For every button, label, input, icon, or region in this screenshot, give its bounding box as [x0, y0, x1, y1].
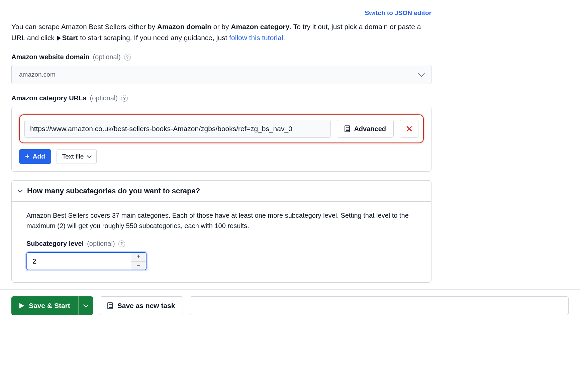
save-start-dropdown[interactable]: [78, 296, 93, 315]
subcategory-toggle[interactable]: How many subcategories do you want to sc…: [12, 181, 431, 202]
empty-input-box[interactable]: [190, 296, 569, 315]
play-icon: [57, 36, 61, 40]
close-icon: [406, 126, 412, 132]
play-icon: [19, 303, 24, 308]
save-start-button[interactable]: Save & Start: [11, 296, 78, 315]
subcategory-section: How many subcategories do you want to sc…: [11, 180, 431, 283]
stepper-down-button[interactable]: −: [131, 261, 146, 270]
save-as-new-task-button[interactable]: Save as new task: [100, 296, 183, 315]
stepper-up-button[interactable]: +: [131, 253, 146, 261]
domain-value: amazon.com: [19, 71, 56, 78]
urls-label: Amazon category URLs (optional) ?: [11, 94, 431, 102]
help-icon[interactable]: ?: [124, 54, 131, 61]
chevron-down-icon: [83, 302, 88, 308]
document-icon: [345, 125, 350, 132]
plus-icon: +: [25, 153, 29, 160]
help-icon[interactable]: ?: [121, 95, 128, 102]
tutorial-link[interactable]: follow this tutorial: [229, 34, 283, 41]
subcategory-description: Amazon Best Sellers covers 37 main categ…: [26, 210, 416, 231]
chevron-down-icon: [418, 70, 425, 77]
domain-select[interactable]: amazon.com: [11, 65, 431, 84]
domain-label: Amazon website domain (optional) ?: [11, 53, 431, 61]
remove-url-button[interactable]: [400, 120, 418, 138]
action-bar: Save & Start Save as new task: [0, 289, 580, 322]
add-url-button[interactable]: + Add: [19, 149, 51, 164]
intro-text: You can scrape Amazon Best Sellers eithe…: [11, 21, 431, 43]
advanced-button[interactable]: Advanced: [337, 120, 394, 138]
help-icon[interactable]: ?: [118, 240, 125, 247]
url-row-highlight: Advanced: [19, 114, 424, 143]
document-icon: [107, 302, 113, 309]
category-url-input[interactable]: [24, 120, 331, 138]
switch-json-editor-link[interactable]: Switch to JSON editor: [365, 9, 431, 16]
textfile-button[interactable]: Text file: [57, 149, 97, 164]
urls-panel: Advanced + Add Text file: [11, 107, 431, 172]
subcategory-level-field: + −: [26, 252, 147, 270]
subcategory-level-input[interactable]: [27, 253, 131, 270]
subcategory-level-label: Subcategory level (optional) ?: [26, 240, 416, 248]
chevron-down-icon: [87, 154, 92, 158]
chevron-down-icon: [18, 188, 22, 193]
